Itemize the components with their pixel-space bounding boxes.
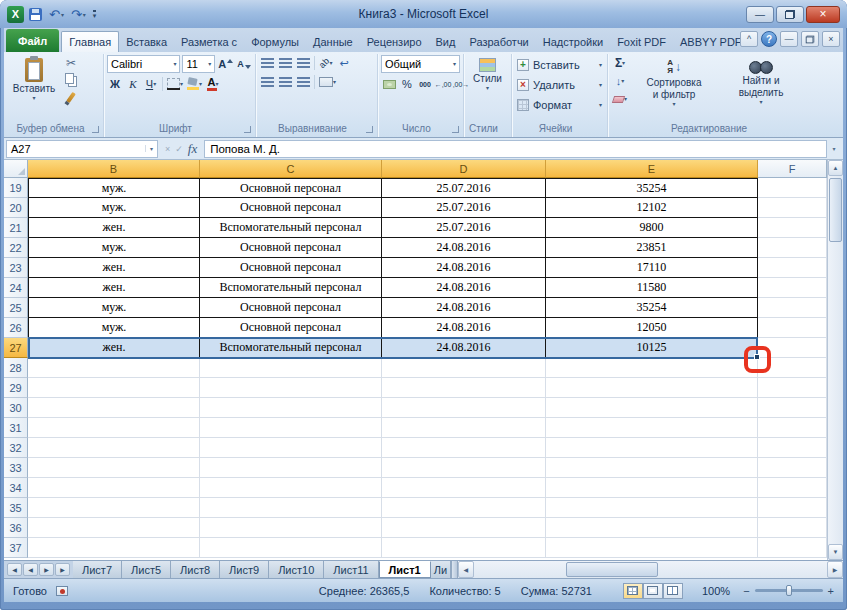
cell-B30[interactable] (28, 398, 200, 418)
align-middle-button[interactable] (277, 55, 293, 71)
row-header-20[interactable]: 20 (4, 198, 28, 218)
grow-font-button[interactable]: А (217, 56, 234, 72)
cell-E26[interactable]: 12050 (546, 318, 758, 338)
cell-E28[interactable] (546, 358, 758, 378)
chevron-down-icon[interactable]: ▾ (145, 145, 153, 152)
cell-D19[interactable]: 25.07.2016 (382, 178, 546, 198)
select-all-button[interactable] (4, 160, 28, 178)
zoom-track[interactable] (755, 589, 823, 592)
cell-B34[interactable] (28, 478, 200, 498)
cell-C35[interactable] (200, 498, 382, 518)
row-header-31[interactable]: 31 (4, 418, 28, 438)
cell-F19[interactable] (758, 178, 827, 198)
cell-F34[interactable] (758, 478, 827, 498)
col-header-F[interactable]: F (758, 160, 827, 178)
first-sheet-button[interactable]: ◀ (7, 563, 22, 576)
sheet-tab-Лист7[interactable]: Лист7 (73, 561, 122, 578)
last-sheet-button[interactable]: ▶ (55, 563, 70, 576)
cell-D26[interactable]: 24.08.2016 (382, 318, 546, 338)
chevron-down-icon[interactable]: ▾ (61, 11, 64, 18)
cell-E33[interactable] (546, 458, 758, 478)
minimize-ribbon-button[interactable]: ^ (740, 31, 758, 47)
sheet-tab-Лист9[interactable]: Лист9 (220, 561, 269, 578)
redo-button[interactable]: ↷▾ (69, 6, 88, 23)
cell-C27[interactable]: Вспомогательный персонал (200, 338, 382, 358)
row-header-37[interactable]: 37 (4, 538, 28, 558)
orientation-button[interactable]: ab▾ (318, 55, 334, 71)
cell-E35[interactable] (546, 498, 758, 518)
cell-C37[interactable] (200, 538, 382, 558)
percent-format-button[interactable]: % (399, 76, 415, 92)
cell-B29[interactable] (28, 378, 200, 398)
scroll-up-button[interactable]: ▲ (828, 160, 843, 176)
cell-C22[interactable]: Основной персонал (200, 238, 382, 258)
cell-C34[interactable] (200, 478, 382, 498)
row-header-34[interactable]: 34 (4, 478, 28, 498)
cell-C19[interactable]: Основной персонал (200, 178, 382, 198)
cell-B31[interactable] (28, 418, 200, 438)
ribbon-tab-Формулы[interactable]: Формулы (244, 31, 306, 52)
row-header-35[interactable]: 35 (4, 498, 28, 518)
normal-view-button[interactable] (623, 583, 643, 599)
row-header-27[interactable]: 27 (4, 338, 28, 358)
cell-F33[interactable] (758, 458, 827, 478)
comma-format-button[interactable]: 000 (417, 76, 433, 92)
font-name-select[interactable]: Calibri▾ (107, 55, 180, 73)
insert-cells-button[interactable]: +Вставить▾ (515, 55, 604, 74)
row-header-28[interactable]: 28 (4, 358, 28, 378)
cell-E19[interactable]: 35254 (546, 178, 758, 198)
cell-F24[interactable] (758, 278, 827, 298)
ribbon-tab-Разметка с[interactable]: Разметка с (174, 31, 244, 52)
font-size-select[interactable]: 11▾ (182, 55, 215, 73)
workbook-restore-button[interactable] (801, 31, 819, 47)
page-break-view-button[interactable] (663, 583, 683, 599)
cell-F21[interactable] (758, 218, 827, 238)
borders-button[interactable]: ▾ (166, 76, 184, 92)
cell-D35[interactable] (382, 498, 546, 518)
minimize-button[interactable]: — (746, 6, 774, 23)
cell-B26[interactable]: муж. (28, 318, 200, 338)
wrap-text-button[interactable]: ↩ (336, 55, 352, 71)
cell-C36[interactable] (200, 518, 382, 538)
shrink-font-button[interactable]: А (236, 56, 252, 72)
cut-button[interactable]: ✂ (63, 55, 79, 71)
cell-E20[interactable]: 12102 (546, 198, 758, 218)
customize-qat-button[interactable]: ▾ (91, 6, 99, 23)
cell-D33[interactable] (382, 458, 546, 478)
ribbon-tab-Рецензиро[interactable]: Рецензиро (360, 31, 429, 52)
zoom-slider[interactable]: − + (743, 585, 834, 597)
row-header-30[interactable]: 30 (4, 398, 28, 418)
cell-F20[interactable] (758, 198, 827, 218)
align-bottom-button[interactable] (295, 55, 311, 71)
cell-D22[interactable]: 24.08.2016 (382, 238, 546, 258)
fill-button[interactable]: ↓▾ (612, 73, 628, 89)
scroll-left-button[interactable]: ◀ (458, 561, 474, 578)
cell-F30[interactable] (758, 398, 827, 418)
clear-button[interactable]: ▾ (612, 91, 628, 107)
row-header-36[interactable]: 36 (4, 518, 28, 538)
undo-button[interactable]: ↶▾ (47, 6, 66, 23)
vertical-scrollbar[interactable]: ▲ ▼ (827, 160, 843, 560)
sheet-tab-Лист11[interactable]: Лист11 (324, 561, 378, 578)
cell-E37[interactable] (546, 538, 758, 558)
cell-E32[interactable] (546, 438, 758, 458)
cell-D25[interactable]: 24.08.2016 (382, 298, 546, 318)
ribbon-tab-Вид[interactable]: Вид (429, 31, 463, 52)
cell-F32[interactable] (758, 438, 827, 458)
zoom-in-button[interactable]: + (828, 585, 834, 597)
col-header-D[interactable]: D (382, 160, 546, 178)
cell-F22[interactable] (758, 238, 827, 258)
align-left-button[interactable] (259, 74, 275, 90)
scroll-down-button[interactable]: ▼ (828, 544, 843, 560)
underline-button[interactable]: Ч▾ (143, 76, 159, 92)
cell-B25[interactable]: муж. (28, 298, 200, 318)
cell-D31[interactable] (382, 418, 546, 438)
number-format-select[interactable]: Общий▾ (381, 55, 460, 73)
cell-D36[interactable] (382, 518, 546, 538)
dialog-launcher-icon[interactable] (452, 126, 459, 133)
workbook-close-button[interactable]: × (822, 31, 840, 47)
save-button[interactable] (27, 6, 44, 23)
cell-C31[interactable] (200, 418, 382, 438)
cell-F36[interactable] (758, 518, 827, 538)
zoom-level[interactable]: 100% (702, 585, 730, 597)
